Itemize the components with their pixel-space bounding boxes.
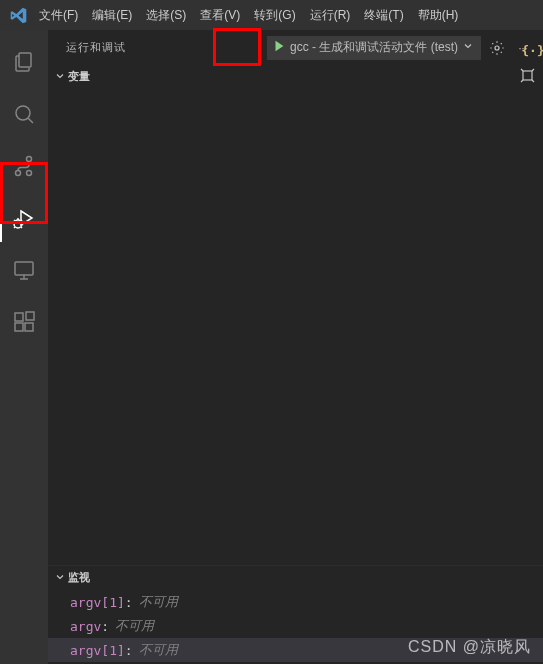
watch-row[interactable]: argv: 不可用 — [48, 614, 543, 638]
variables-section-header[interactable]: 变量 — [48, 65, 543, 87]
svg-point-1 — [16, 106, 30, 120]
activity-scm-icon[interactable] — [0, 142, 48, 190]
svg-line-12 — [21, 227, 22, 228]
activity-bar — [0, 30, 48, 664]
watch-name: argv — [70, 619, 101, 634]
menu-run[interactable]: 运行(R) — [303, 0, 358, 30]
svg-rect-17 — [15, 323, 23, 331]
svg-point-21 — [495, 46, 499, 50]
menu-select[interactable]: 选择(S) — [139, 0, 193, 30]
debug-config-dropdown[interactable]: gcc - 生成和调试活动文件 (test) — [267, 36, 481, 60]
menu-bar: 文件(F) 编辑(E) 选择(S) 查看(V) 转到(G) 运行(R) 终端(T… — [32, 0, 465, 30]
menu-help[interactable]: 帮助(H) — [411, 0, 466, 30]
play-icon — [272, 39, 286, 56]
svg-rect-13 — [15, 262, 33, 275]
gear-icon[interactable] — [487, 38, 507, 58]
chevron-down-icon — [462, 40, 474, 55]
svg-rect-18 — [25, 323, 33, 331]
variables-label: 变量 — [68, 69, 90, 84]
menu-view[interactable]: 查看(V) — [193, 0, 247, 30]
watch-value: 不可用 — [139, 593, 178, 611]
svg-marker-6 — [21, 211, 32, 225]
braces-icon: {·} — [521, 43, 543, 58]
svg-rect-16 — [15, 313, 23, 321]
vscode-logo-icon — [4, 1, 32, 29]
watch-section-header[interactable]: 监视 — [48, 566, 543, 588]
watch-value: 不可用 — [115, 617, 154, 635]
activity-explorer-icon[interactable] — [0, 38, 48, 86]
svg-point-4 — [16, 171, 21, 176]
watermark: CSDN @凉晓风 — [408, 637, 531, 658]
svg-line-10 — [21, 220, 22, 221]
variables-body — [48, 87, 543, 565]
watch-name: argv[1] — [70, 595, 125, 610]
activity-search-icon[interactable] — [0, 90, 48, 138]
sidebar-header: 运行和调试 gcc - 生成和调试活动文件 (test) ··· — [48, 30, 543, 65]
watch-row[interactable]: argv[1]: 不可用 — [48, 590, 543, 614]
debug-sidebar: 运行和调试 gcc - 生成和调试活动文件 (test) ··· — [48, 30, 543, 664]
menu-goto[interactable]: 转到(G) — [247, 0, 302, 30]
menu-terminal[interactable]: 终端(T) — [357, 0, 410, 30]
svg-line-9 — [14, 220, 15, 221]
watch-name: argv[1] — [70, 643, 125, 658]
editor-tab-icon: {·} — [523, 30, 543, 70]
watch-value: 不可用 — [139, 641, 178, 659]
sidebar-title: 运行和调试 — [66, 40, 267, 55]
svg-rect-22 — [523, 71, 532, 80]
menu-edit[interactable]: 编辑(E) — [85, 0, 139, 30]
chevron-down-icon — [52, 70, 68, 82]
chevron-down-icon — [52, 571, 68, 583]
svg-point-3 — [27, 157, 32, 162]
activity-debug-icon[interactable] — [0, 194, 48, 242]
svg-line-11 — [14, 227, 15, 228]
activity-extensions-icon[interactable] — [0, 298, 48, 346]
title-bar: 文件(F) 编辑(E) 选择(S) 查看(V) 转到(G) 运行(R) 终端(T… — [0, 0, 543, 30]
svg-marker-20 — [275, 41, 283, 52]
svg-line-2 — [28, 118, 33, 123]
watch-label: 监视 — [68, 570, 90, 585]
activity-remote-icon[interactable] — [0, 246, 48, 294]
svg-rect-19 — [26, 312, 34, 320]
svg-rect-0 — [19, 53, 31, 67]
config-label: gcc - 生成和调试活动文件 (test) — [290, 39, 458, 56]
menu-file[interactable]: 文件(F) — [32, 0, 85, 30]
svg-point-5 — [27, 171, 32, 176]
